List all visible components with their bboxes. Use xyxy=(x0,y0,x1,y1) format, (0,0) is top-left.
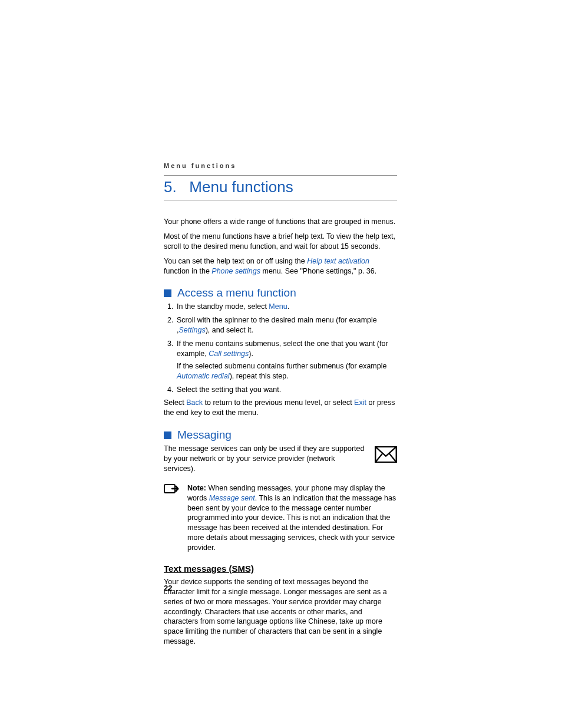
access-after-text: Select Back to return to the previous me… xyxy=(164,398,397,418)
automatic-redial-link[interactable]: Automatic redial xyxy=(177,372,230,380)
messaging-intro-row: The message services can only be used if… xyxy=(164,444,397,479)
step-2: Scroll with the spinner to the desired m… xyxy=(176,315,397,335)
help-text-activation-link[interactable]: Help text activation xyxy=(307,257,369,265)
intro-paragraph-1: Your phone offers a wide range of functi… xyxy=(164,217,397,227)
step-3: If the menu contains submenus, select th… xyxy=(176,339,397,381)
settings-link[interactable]: Settings xyxy=(178,326,205,334)
access-steps-list: In the standby mode, select Menu. Scroll… xyxy=(164,302,397,394)
note-label: Note: xyxy=(187,484,206,492)
step-4: Select the setting that you want. xyxy=(176,385,397,395)
page-number: 22 xyxy=(164,584,172,592)
call-settings-link[interactable]: Call settings xyxy=(209,350,249,358)
square-bullet-icon xyxy=(164,289,171,297)
back-link[interactable]: Back xyxy=(186,398,203,407)
intro-paragraph-2: Most of the menu functions have a brief … xyxy=(164,232,397,252)
menu-link[interactable]: Menu xyxy=(269,302,287,311)
running-header: Menu functions xyxy=(164,162,397,169)
exit-link[interactable]: Exit xyxy=(354,398,366,407)
step-1: In the standby mode, select Menu. xyxy=(176,302,397,312)
section-access-heading: Access a menu function xyxy=(164,286,397,299)
square-bullet-icon xyxy=(164,431,171,439)
sms-body: Your device supports the sending of text… xyxy=(164,577,397,647)
chapter-title-text: Menu functions xyxy=(189,178,293,196)
step-3-sub: If the selected submenu contains further… xyxy=(177,361,397,381)
sms-heading: Text messages (SMS) xyxy=(164,564,397,574)
document-page: Menu functions 5. Menu functions Your ph… xyxy=(0,0,562,728)
envelope-icon xyxy=(375,446,397,463)
messaging-intro: The message services can only be used if… xyxy=(164,444,368,474)
section-messaging-heading: Messaging xyxy=(164,429,397,442)
phone-settings-link[interactable]: Phone settings xyxy=(211,267,260,275)
intro-paragraph-3: You can set the help text on or off usin… xyxy=(164,256,397,276)
note-block: Note: When sending messages, your phone … xyxy=(164,483,397,553)
message-sent-link[interactable]: Message sent xyxy=(209,494,255,502)
chapter-number: 5. xyxy=(164,178,177,196)
chapter-title: 5. Menu functions xyxy=(164,175,397,200)
note-text: Note: When sending messages, your phone … xyxy=(187,483,397,553)
note-arrow-icon xyxy=(164,484,179,496)
